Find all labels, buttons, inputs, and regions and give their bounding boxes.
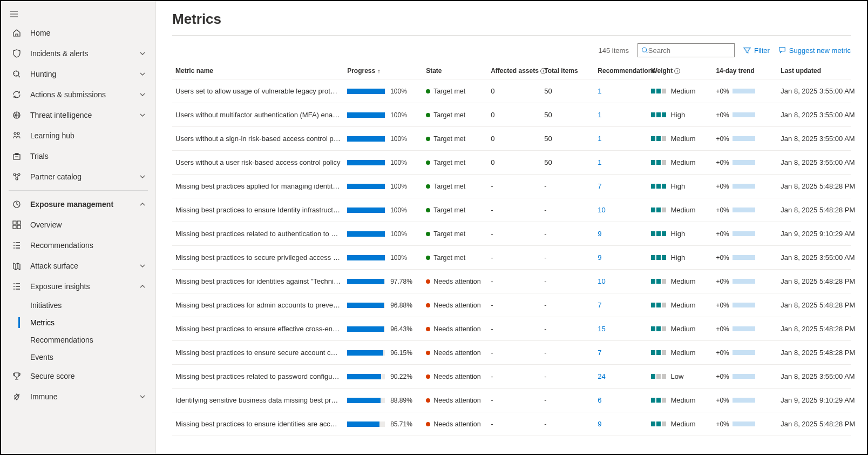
recs-link[interactable]: 1 bbox=[598, 111, 601, 119]
table-row[interactable]: Missing best practices to ensure identit… bbox=[172, 412, 851, 436]
col-header-recs[interactable]: Recommendations bbox=[594, 63, 648, 79]
table-row[interactable]: Identifying sensitive business data miss… bbox=[172, 389, 851, 412]
filter-button[interactable]: Filter bbox=[743, 46, 770, 55]
progress-bar bbox=[347, 398, 385, 403]
sidebar-item-recommendations[interactable]: Recommendations bbox=[1, 235, 155, 256]
chevron-down-icon bbox=[139, 91, 147, 98]
table-row[interactable]: Users without a user risk-based access c… bbox=[172, 151, 851, 175]
recs-link[interactable]: 6 bbox=[598, 396, 601, 404]
col-header-affected[interactable]: Affected assetsi bbox=[487, 63, 541, 79]
trend-value: +0% bbox=[716, 420, 729, 428]
sidebar-item-secure-score[interactable]: Secure score bbox=[1, 366, 155, 386]
progress-cell: 85.71% bbox=[347, 420, 419, 428]
recs-link[interactable]: 7 bbox=[598, 182, 601, 190]
sidebar-item-trials[interactable]: Trials bbox=[1, 146, 155, 166]
table-row[interactable]: Missing best practices to ensure secure … bbox=[172, 341, 851, 365]
affected-cell: - bbox=[487, 341, 541, 365]
table-row[interactable]: Missing best practices for identities ag… bbox=[172, 270, 851, 293]
recs-link[interactable]: 1 bbox=[598, 87, 601, 95]
sidebar-item-exposure-insights[interactable]: Exposure insights bbox=[1, 276, 155, 297]
recs-link[interactable]: 7 bbox=[598, 301, 601, 309]
weight-bars-icon bbox=[651, 398, 666, 403]
recs-link[interactable]: 7 bbox=[598, 349, 601, 357]
sidebar-item-incidents-alerts[interactable]: Incidents & alerts bbox=[1, 43, 155, 64]
sidebar-sub-events[interactable]: Events bbox=[1, 349, 155, 366]
table-row[interactable]: Missing best practices for admin account… bbox=[172, 293, 851, 317]
recs-link[interactable]: 9 bbox=[598, 230, 601, 238]
sidebar-sub-recommendations[interactable]: Recommendations bbox=[1, 331, 155, 349]
recs-link[interactable]: 1 bbox=[598, 135, 601, 143]
table-row[interactable]: Users without multifactor authentication… bbox=[172, 103, 851, 127]
main-content: Metrics 145 items Filter Suggest new met… bbox=[156, 1, 867, 454]
state-cell: Needs attention bbox=[426, 373, 484, 380]
sidebar-item-home[interactable]: Home bbox=[1, 23, 155, 43]
state-label: Target met bbox=[433, 159, 465, 166]
metric-name: Missing best practices applied for manag… bbox=[175, 182, 341, 190]
weight-cell: Medium bbox=[651, 158, 709, 166]
clock-icon bbox=[12, 199, 23, 209]
search-icon bbox=[641, 46, 648, 54]
weight-bars-icon bbox=[651, 89, 666, 93]
metrics-table: Metric name Progress↑ State Affected ass… bbox=[172, 63, 851, 436]
progress-percent: 100% bbox=[390, 230, 407, 238]
trend-cell: +0% bbox=[716, 397, 774, 404]
list-icon bbox=[12, 240, 23, 250]
search-input[interactable] bbox=[648, 46, 731, 55]
sidebar-item-learning-hub[interactable]: Learning hub bbox=[1, 125, 155, 146]
table-header-row: Metric name Progress↑ State Affected ass… bbox=[172, 63, 851, 79]
progress-cell: 100% bbox=[347, 254, 419, 262]
sidebar-item-label: Threat intelligence bbox=[30, 111, 139, 119]
state-label: Needs attention bbox=[433, 349, 481, 357]
col-header-weight[interactable]: Weighti bbox=[648, 63, 713, 79]
sidebar-item-actions-submissions[interactable]: Actions & submissions bbox=[1, 84, 155, 105]
progress-cell: 100% bbox=[347, 135, 419, 143]
hamburger-button[interactable] bbox=[1, 5, 155, 23]
state-label: Target met bbox=[433, 111, 465, 119]
recs-link[interactable]: 1 bbox=[598, 158, 601, 166]
recs-link[interactable]: 15 bbox=[598, 325, 605, 333]
updated-cell: Jan 8, 2025 5:48:28 PM bbox=[777, 341, 851, 365]
sidebar-item-label: Exposure management bbox=[30, 200, 139, 209]
sidebar-item-threat-intelligence[interactable]: Threat intelligence bbox=[1, 105, 155, 125]
table-row[interactable]: Missing best practices to ensure effecti… bbox=[172, 317, 851, 341]
updated-cell: Jan 8, 2025 3:55:00 AM bbox=[777, 246, 851, 270]
col-header-progress[interactable]: Progress↑ bbox=[344, 63, 423, 79]
total-cell: 50 bbox=[541, 79, 594, 103]
sparkline-icon bbox=[733, 374, 755, 379]
suggest-button[interactable]: Suggest new metric bbox=[778, 46, 851, 55]
recs-link[interactable]: 10 bbox=[598, 206, 605, 214]
col-header-state[interactable]: State bbox=[423, 63, 487, 79]
sidebar-sub-metrics[interactable]: Metrics bbox=[1, 314, 155, 331]
recs-link[interactable]: 24 bbox=[598, 372, 605, 380]
table-row[interactable]: Missing best practices to ensure Identit… bbox=[172, 198, 851, 222]
table-row[interactable]: Missing best practices related to passwo… bbox=[172, 365, 851, 389]
weight-label: Medium bbox=[670, 206, 695, 214]
table-row[interactable]: Missing best practices to secure privile… bbox=[172, 246, 851, 270]
col-header-trend[interactable]: 14-day trend bbox=[713, 63, 777, 79]
sidebar-item-hunting[interactable]: Hunting bbox=[1, 64, 155, 84]
sidebar-sub-initiatives[interactable]: Initiatives bbox=[1, 297, 155, 314]
state-cell: Needs attention bbox=[426, 349, 484, 357]
trend-cell: +0% bbox=[716, 302, 774, 309]
col-header-total[interactable]: Total items bbox=[541, 63, 594, 79]
affected-cell: 0 bbox=[487, 79, 541, 103]
table-row[interactable]: Missing best practices applied for manag… bbox=[172, 175, 851, 198]
table-row[interactable]: Missing best practices related to authen… bbox=[172, 222, 851, 246]
updated-cell: Jan 8, 2025 5:48:28 PM bbox=[777, 175, 851, 198]
col-header-name[interactable]: Metric name bbox=[172, 63, 344, 79]
table-row[interactable]: Users set to allow usage of vulnerable l… bbox=[172, 79, 851, 103]
sidebar-item-immune[interactable]: Immune bbox=[1, 386, 155, 407]
recs-link[interactable]: 9 bbox=[598, 253, 601, 262]
sidebar-item-exposure-management[interactable]: Exposure management bbox=[1, 194, 155, 215]
sidebar-item-attack-surface[interactable]: Attack surface bbox=[1, 256, 155, 276]
progress-percent: 85.71% bbox=[390, 420, 412, 428]
affected-cell: - bbox=[487, 198, 541, 222]
search-box[interactable] bbox=[638, 43, 735, 57]
sidebar-item-overview[interactable]: Overview bbox=[1, 215, 155, 235]
recs-link[interactable]: 10 bbox=[598, 277, 605, 285]
recs-link[interactable]: 9 bbox=[598, 420, 601, 428]
table-row[interactable]: Users without a sign-in risk-based acces… bbox=[172, 127, 851, 151]
sidebar-item-partner-catalog[interactable]: Partner catalog bbox=[1, 166, 155, 187]
col-header-updated[interactable]: Last updated bbox=[777, 63, 851, 79]
trend-cell: +0% bbox=[716, 111, 774, 119]
